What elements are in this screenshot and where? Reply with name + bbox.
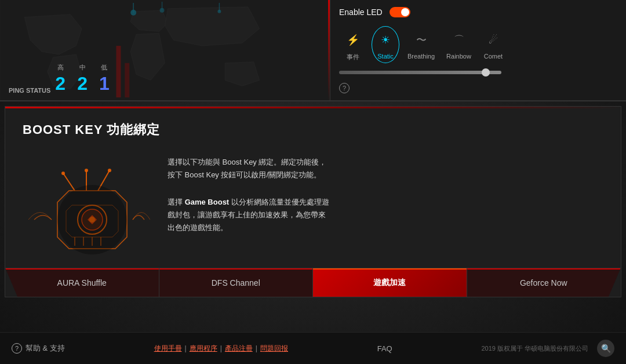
footer-right: 2019 版权属于 华硕电脑股份有限公司 🔍 xyxy=(481,340,614,357)
deco-line xyxy=(328,0,330,100)
svg-point-15 xyxy=(108,169,111,172)
led-title: Enable LED xyxy=(339,8,383,17)
led-toggle[interactable] xyxy=(390,7,410,17)
help-question-icon[interactable]: ? xyxy=(12,343,22,354)
boost-tab-geforce-now[interactable]: Geforce Now xyxy=(467,268,621,297)
led-brightness-slider[interactable] xyxy=(339,71,501,74)
boost-tab-game-boost[interactable]: 遊戲加速 xyxy=(313,268,467,297)
ping-low-value: 1 xyxy=(99,73,110,94)
top-section: PING STATUS 高 2 中 2 低 1 Enable LED xyxy=(0,0,626,101)
svg-rect-7 xyxy=(116,46,121,97)
svg-point-23 xyxy=(57,185,127,254)
led-icon-label-rainbow: Rainbow xyxy=(446,53,471,60)
led-slider-thumb xyxy=(482,68,490,77)
boost-title-cn: 功能綁定 xyxy=(107,122,160,137)
led-icons-row: ⚡ 事件 ☀ Static 〜 Breathing ⌒ Rainbow ☄ Co… xyxy=(339,26,617,65)
footer-link-0[interactable]: 使用手冊 xyxy=(154,344,182,354)
boost-content: 選擇以下功能與 Boost Key 綁定。綁定功能後， 按下 Boost Key… xyxy=(23,150,603,280)
boost-tab-aura-shuffle[interactable]: AURA Shuffle xyxy=(5,268,159,297)
search-button[interactable]: 🔍 xyxy=(597,340,614,357)
footer-faq: FAQ xyxy=(377,344,392,353)
footer-link-3[interactable]: 問題回报 xyxy=(260,344,288,354)
led-icon-static[interactable]: ☀ Static xyxy=(372,26,399,63)
footer-left: ? 幫助 & 支持 xyxy=(12,343,65,354)
footer-links: 使用手冊 | 應用程序 | 產品注冊 | 問題回报 xyxy=(154,344,288,354)
footer: ? 幫助 & 支持 使用手冊 | 應用程序 | 產品注冊 | 問題回报 FAQ … xyxy=(0,332,626,364)
led-icon-rainbow[interactable]: ⌒ Rainbow xyxy=(443,26,475,63)
boost-title-en: BOOST KEY xyxy=(23,122,103,137)
ping-mid-label: 中 xyxy=(79,63,86,72)
svg-point-13 xyxy=(61,172,65,175)
ping-low-label: 低 xyxy=(101,63,107,72)
ping-status: PING STATUS 高 2 中 2 低 1 xyxy=(9,63,110,94)
led-icon-label-comet: Comet xyxy=(484,53,503,60)
boost-text: 選擇以下功能與 Boost Key 綁定。綁定功能後， 按下 Boost Key… xyxy=(168,150,603,280)
boost-image xyxy=(23,150,150,280)
led-icon-label-breathing: Breathing xyxy=(407,53,435,60)
footer-copyright: 2019 版权属于 华硕电脑股份有限公司 xyxy=(481,344,588,353)
footer-sep-1: | xyxy=(220,344,222,352)
ping-high-label: 高 xyxy=(57,63,64,72)
led-icon-comet[interactable]: ☄ Comet xyxy=(479,26,507,63)
svg-point-14 xyxy=(85,169,88,172)
led-icon-label-static: Static xyxy=(377,53,394,60)
footer-link-2[interactable]: 產品注冊 xyxy=(225,344,253,354)
ping-mid-value: 2 xyxy=(77,73,88,94)
led-panel: Enable LED ⚡ 事件 ☀ Static 〜 Breathing ⌒ R… xyxy=(330,0,626,100)
led-icon-label-events: 事件 xyxy=(347,53,359,61)
led-help-icon[interactable]: ? xyxy=(339,83,350,93)
footer-link-1[interactable]: 應用程序 xyxy=(190,344,217,354)
boost-description-1: 選擇以下功能與 Boost Key 綁定。綁定功能後， 按下 Boost Key… xyxy=(168,156,603,181)
led-header: Enable LED xyxy=(339,7,617,17)
led-icon-circle-breathing: 〜 xyxy=(411,30,432,50)
boost-section: BOOST KEY 功能綁定 xyxy=(5,106,621,297)
footer-sep-2: | xyxy=(256,344,257,352)
ping-high-col: 高 2 xyxy=(55,63,65,94)
svg-rect-8 xyxy=(125,63,129,97)
ping-columns: 高 2 中 2 低 1 xyxy=(55,63,109,94)
boost-description-2: 選擇 Game Boost 以分析網絡流量並優先處理遊 戲封包，讓游戲享有上佳的… xyxy=(168,196,603,234)
boost-title: BOOST KEY 功能綁定 xyxy=(23,121,603,139)
ping-mid-col: 中 2 xyxy=(77,63,88,94)
ping-low-col: 低 1 xyxy=(99,63,110,94)
map-panel: PING STATUS 高 2 中 2 低 1 xyxy=(0,0,330,100)
footer-help: ? 幫助 & 支持 xyxy=(12,343,65,354)
footer-sep-0: | xyxy=(185,344,187,352)
ping-label: PING STATUS xyxy=(9,87,50,94)
led-icon-circle-comet: ☄ xyxy=(483,30,504,50)
footer-help-label: 幫助 & 支持 xyxy=(26,343,65,354)
boost-tab-dfs-channel[interactable]: DFS Channel xyxy=(159,268,314,297)
ping-high-value: 2 xyxy=(55,73,65,94)
led-icon-circle-rainbow: ⌒ xyxy=(449,30,470,50)
led-icon-circle-static: ☀ xyxy=(375,30,396,50)
led-icon-events[interactable]: ⚡ 事件 xyxy=(339,26,367,65)
boost-tabs: AURA ShuffleDFS Channel遊戲加速Geforce Now xyxy=(5,268,621,297)
led-slider-row xyxy=(339,71,617,74)
led-icon-circle-events: ⚡ xyxy=(343,30,363,50)
led-icon-breathing[interactable]: 〜 Breathing xyxy=(404,26,438,63)
